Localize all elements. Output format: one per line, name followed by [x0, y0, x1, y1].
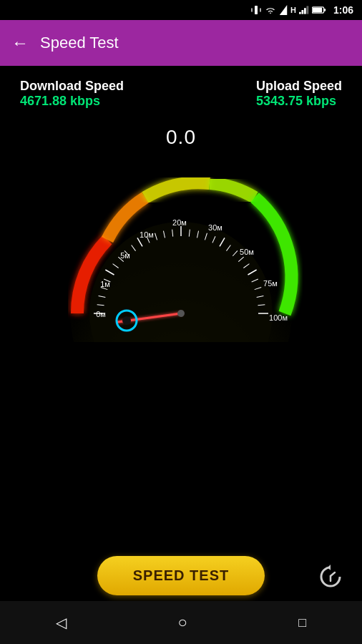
upload-speed-value: 5343.75 kbps: [256, 94, 342, 109]
svg-rect-7: [306, 6, 308, 14]
history-button[interactable]: [316, 562, 345, 592]
download-speed-value: 4671.88 kbps: [20, 94, 124, 109]
upload-speed-block: Upload Speed 5343.75 kbps: [256, 79, 342, 109]
svg-point-55: [122, 316, 131, 325]
battery-icon: [312, 6, 326, 14]
svg-text:50м: 50м: [240, 248, 254, 256]
h-icon: H: [290, 6, 296, 14]
svg-text:100м: 100м: [269, 313, 288, 322]
svg-text:20м: 20м: [172, 218, 187, 227]
svg-text:5м: 5м: [120, 251, 130, 260]
gauge-svg: 0м 1м 5м 10м 20м 30м 50м 75м 100м: [52, 156, 310, 342]
nav-recent-button[interactable]: □: [298, 615, 306, 630]
speedometer-gauge: 0м 1м 5м 10м 20м 30м 50м 75м 100м: [52, 156, 310, 342]
svg-text:75м: 75м: [263, 279, 278, 288]
navigation-bar: ◁ ○ □: [0, 601, 362, 644]
header-title: Speed Test: [40, 34, 119, 52]
svg-rect-1: [251, 8, 252, 11]
download-speed-label: Download Speed: [20, 79, 124, 94]
svg-rect-6: [304, 8, 306, 14]
bottom-controls: Speed Test: [0, 556, 362, 595]
svg-rect-0: [255, 6, 258, 14]
svg-rect-4: [299, 12, 301, 14]
history-icon: [316, 562, 345, 590]
signal-icon: [279, 5, 288, 15]
svg-point-56: [177, 310, 185, 317]
current-speed-display: 0.0: [0, 126, 362, 149]
svg-rect-10: [324, 9, 326, 11]
svg-text:30м: 30м: [208, 223, 222, 232]
back-button[interactable]: ←: [11, 34, 29, 52]
svg-text:1м: 1м: [100, 280, 110, 288]
wifi-icon: [265, 5, 276, 15]
status-time: 1:06: [333, 4, 353, 16]
svg-rect-9: [313, 8, 322, 13]
svg-text:10м: 10м: [140, 230, 154, 239]
speed-info-row: Download Speed 4671.88 kbps Upload Speed…: [0, 66, 362, 116]
speed-test-button[interactable]: Speed Test: [97, 556, 265, 595]
svg-marker-3: [280, 5, 288, 15]
svg-rect-2: [260, 8, 260, 11]
vibrate-icon: [250, 4, 262, 16]
status-bar: H 1:06: [0, 0, 362, 20]
nav-back-button[interactable]: ◁: [56, 614, 67, 631]
upload-speed-label: Upload Speed: [256, 79, 342, 94]
nav-home-button[interactable]: ○: [177, 613, 187, 632]
app-header: ← Speed Test: [0, 20, 362, 66]
signal2-icon: [299, 5, 309, 15]
status-icons: H 1:06: [250, 4, 353, 16]
download-speed-block: Download Speed 4671.88 kbps: [20, 79, 124, 109]
svg-text:0м: 0м: [96, 310, 106, 318]
svg-rect-5: [301, 10, 303, 14]
